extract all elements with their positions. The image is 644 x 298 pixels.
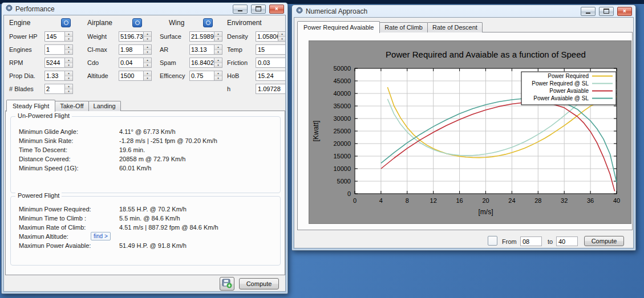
numerical-titlebar[interactable]: Numerical Approach × [294,5,634,17]
save-icon [222,278,232,289]
prop-dia-input[interactable]: 1.33▴▾ [44,71,73,81]
spinner-buttons[interactable]: ▴▾ [214,45,222,54]
surface-input[interactable]: 21.5989▴▾ [189,31,222,42]
spinner-buttons[interactable]: ▴▾ [64,84,72,93]
tab-take-off[interactable]: Take-Off [55,101,88,111]
group-title: Powered Flight [15,192,62,199]
wing-info-icon[interactable] [203,18,213,27]
tab-power-required-avaiable[interactable]: Power Required Avaiable [297,21,380,33]
x-tick-label: 20 [482,197,489,204]
app-icon [295,6,303,16]
legend-label: Power Avaiable @ SL [533,95,589,101]
spinner-buttons[interactable]: ▴▾ [64,58,72,67]
legend-label: Power Required @ SL [532,80,589,87]
temp-input[interactable]: 15 [256,44,286,55]
to-input[interactable] [556,236,578,246]
performance-window: Performance × Engine Airplane Wing Envir… [1,2,288,294]
altitude-input[interactable]: 1500▴▾ [119,71,152,81]
x-tick-label: 0 [353,197,357,204]
cdo-input[interactable]: 0.04▴▾ [119,58,152,68]
spinner-buttons[interactable]: ▴▾ [64,45,72,54]
y-tick-label: 0 [347,190,351,197]
result-label: Minimun Glide Angle: [19,128,78,135]
result-label: Time To Descent: [19,146,67,153]
from-input[interactable] [520,236,542,246]
field-label: Weight [87,33,107,40]
performance-compute-button[interactable]: Compute [239,278,279,289]
numerical-client: Power Required Avaiable Rate of Climb Ra… [294,17,634,248]
field-label: Surface [160,33,181,40]
spam-input[interactable]: 16.8402▴▾ [189,58,222,68]
field-label: Engines [9,46,32,53]
field-label: Density [227,33,248,40]
close-icon[interactable]: × [617,7,632,16]
chart-panel: 0481216202428323640050001000015000200002… [297,32,633,230]
spinner-buttons[interactable]: ▴▾ [64,32,72,41]
result-label: Distance Covered: [19,156,71,162]
result-value: 5.5 min. @ 84.6 Km/h [119,215,180,222]
weight-input[interactable]: 5196.73▴▾ [119,31,152,42]
maximize-button[interactable] [251,5,266,14]
x-tick-label: 28 [534,197,541,204]
power-hp-input[interactable]: 145▴▾ [44,31,73,42]
tab-steady-flight[interactable]: Steady Flight [6,100,55,112]
tab-landing[interactable]: Landing [88,101,121,111]
result-label: Maximun Rate of Climb: [19,224,86,231]
field-label: Efficency [160,72,185,79]
spinner-buttons[interactable]: ▴▾ [143,58,151,67]
find-button[interactable]: find > [91,232,111,240]
x-tick-label: 40 [613,197,620,204]
h-input[interactable]: 1.09728 [256,84,286,94]
airplane-info-icon[interactable] [132,18,142,27]
blades-input[interactable]: 2▴▾ [44,84,73,94]
minimize-button[interactable] [233,5,248,14]
result-label: Minimun Power Required: [19,206,91,213]
close-icon[interactable]: × [269,5,284,14]
rpm-input[interactable]: 5244▴▾ [44,58,73,68]
field-label: Temp [227,46,242,53]
spinner-buttons[interactable]: ▴▾ [214,58,222,67]
field-label: RPM [9,59,23,66]
spinner-buttons[interactable]: ▴▾ [143,45,151,54]
y-tick-label: 30000 [333,115,351,122]
maximize-button[interactable] [599,7,614,16]
field-label: Cdo [87,59,99,66]
friction-input[interactable]: 0.03 [256,58,286,68]
field-label: Power HP [9,33,38,40]
result-value: 18.55 H.P. @ 70.2 Km/h [119,206,187,213]
y-tick-label: 45000 [333,77,351,84]
minimize-button[interactable] [581,7,596,16]
hob-input[interactable]: 15.24 [256,71,286,81]
performance-titlebar[interactable]: Performance × [3,3,286,15]
app-icon [5,4,13,14]
engine-info-icon[interactable] [61,18,71,27]
spinner-buttons[interactable]: ▴▾ [214,71,222,80]
y-tick-label: 40000 [333,90,351,97]
x-tick-label: 32 [561,197,568,204]
spinner-buttons[interactable]: ▴▾ [214,32,222,41]
ar-input[interactable]: 13.13▴▾ [189,44,222,55]
spinner-buttons[interactable]: ▴▾ [143,32,151,41]
spinner-buttons[interactable]: ▴▾ [64,71,72,80]
window-title: Performance [15,5,55,13]
field-label: HoB [227,72,239,79]
density-input[interactable]: 1.05806▴▾ [256,31,286,42]
field-label: h [227,85,230,92]
x-tick-label: 16 [456,197,463,204]
unpowered-flight-group: Un-Powered Flight Minimun Glide Angle: 4… [10,116,281,193]
spinner-buttons[interactable]: ▴▾ [143,71,151,80]
range-checkbox[interactable] [488,236,497,246]
save-button[interactable] [220,277,234,291]
field-label: Spam [160,59,176,66]
legend-label: Power Required [548,73,589,79]
tab-rate-of-climb[interactable]: Rate of Climb [379,22,428,32]
field-label: # Blades [9,85,34,92]
numerical-compute-button[interactable]: Compute [584,236,624,246]
clmax-input[interactable]: 1.98▴▾ [119,44,152,55]
tab-rate-of-descent[interactable]: Rate of Descent [427,22,483,32]
field-label: Cl-max [87,46,107,53]
spinner-buttons[interactable]: ▴▾ [278,32,286,41]
efficency-input[interactable]: 0.75▴▾ [189,71,222,81]
engines-input[interactable]: 1▴▾ [44,44,73,55]
y-tick-label: 25000 [333,128,351,134]
